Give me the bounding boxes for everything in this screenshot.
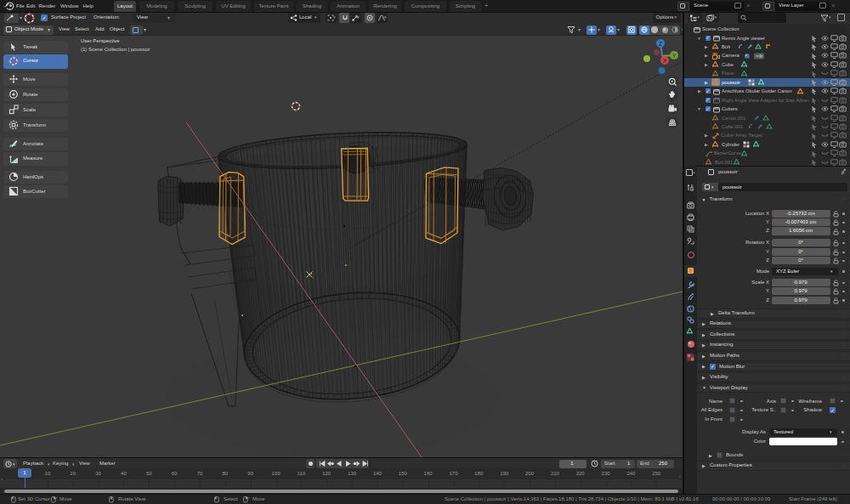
svg-text:Z: Z (659, 41, 663, 47)
svg-text:X: X (663, 58, 667, 64)
svg-text:Y: Y (672, 53, 677, 59)
